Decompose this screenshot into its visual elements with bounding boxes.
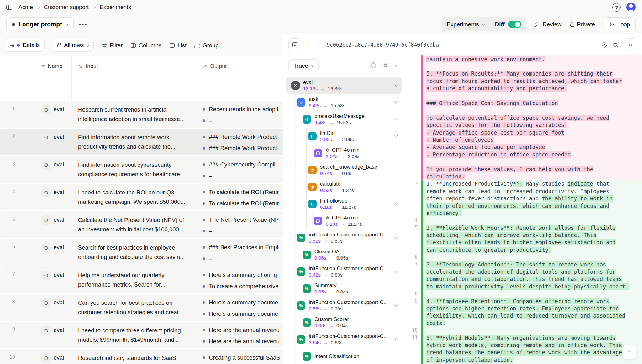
tag-icon[interactable]	[601, 42, 608, 48]
review-button[interactable]: Review	[535, 21, 562, 28]
view-dropdown[interactable]: Experiments	[441, 21, 490, 28]
trace-tree-row[interactable]: %Custom Scorer0.06s→0.04s	[286, 314, 402, 331]
trace-row-text: initFunction-Customer support-C...0.52s→…	[309, 231, 388, 244]
close-button[interactable]: ×	[624, 38, 637, 51]
chevron-down-icon[interactable]	[394, 100, 398, 103]
output-item: ### Best Practices in Empl	[203, 243, 283, 252]
columns-icon	[131, 43, 136, 48]
chevron-down-icon[interactable]	[394, 337, 398, 340]
loop-button[interactable]: ⊘ Loop	[604, 17, 636, 31]
previous-row-button[interactable]: ↑	[308, 41, 311, 48]
trace-tree-row[interactable]: ✻GPT-4o mini2.02s→2.09s	[286, 145, 402, 161]
table-row[interactable]: 6⊙evalSearch for best practices in emplo…	[0, 239, 283, 266]
diff-line-text: specific values for the following variab…	[423, 122, 642, 129]
help-icon[interactable]: ?	[612, 3, 621, 12]
trace-tree-row[interactable]: ()processUserMessage9.48s→15.53s	[286, 111, 402, 128]
trace-tree-row[interactable]: ⊙eval13.13s→16.36s	[286, 77, 402, 94]
output-text: –	[209, 255, 212, 262]
trace-row-text: search_knowledge_base0.74s→0.8s	[320, 164, 377, 177]
chevron-down-icon[interactable]	[394, 117, 398, 120]
collapse-left-icon[interactable]: ⇤	[395, 63, 400, 68]
row-name-label: eval	[54, 160, 64, 168]
trace-tree-row[interactable]: ◇task9.49s→15.53s	[286, 94, 402, 111]
diff-menu-button[interactable]: ≡	[622, 345, 636, 359]
added-text: trend balances the benefits of remote wo…	[426, 349, 625, 356]
unchanged-text: 1. **Increased Productivity	[426, 181, 513, 187]
row-number-value: 1	[0, 101, 15, 112]
trace-tree-row[interactable]: ()llmCall2.02s→2.09s	[286, 128, 402, 145]
table-row[interactable]: 5⊙evalCalculate the Net Present Value (N…	[0, 211, 283, 238]
trace-tree-row[interactable]: %initFunction-Customer support-C...3.64s…	[286, 331, 402, 348]
column-header-name[interactable]: ≡ Name	[36, 56, 71, 101]
row-name-label: eval	[54, 133, 64, 140]
diff-line-number	[405, 231, 421, 239]
view-label: Experiments	[447, 21, 479, 28]
trace-tree-row[interactable]: %Summary0.05s→0.04s	[286, 280, 402, 297]
experiment-selector[interactable]: Longer prompt	[6, 17, 74, 31]
diff-line-number	[405, 107, 421, 114]
more-menu-button[interactable]: •••	[79, 21, 87, 28]
table-row[interactable]: 3⊙evalFind information about cybersecuri…	[0, 156, 283, 183]
row-name-cell: ⊙eval	[36, 184, 71, 210]
table-row[interactable]: 4⊙evalI need to calculate the ROI on our…	[0, 184, 283, 210]
trace-tree-row[interactable]: ✻GPT-4o mini6.18s→11.27s	[286, 212, 402, 229]
avatar[interactable]	[626, 3, 636, 12]
stopwatch-icon[interactable]	[371, 63, 376, 68]
trace-tree-row[interactable]: %Closed QA0.06s→0.05s	[286, 246, 402, 263]
details-button[interactable]: ⇥ Details	[5, 39, 45, 52]
column-header-input[interactable]: ↘ Input	[71, 56, 197, 101]
trace-span-name: ✻GPT-4o mini	[326, 214, 362, 221]
sidebar-toggle-icon[interactable]	[6, 5, 12, 10]
table-row[interactable]: 7⊙evalHelp me understand our quarterlype…	[0, 266, 283, 293]
diff-line: 8	[405, 290, 642, 298]
table-row[interactable]: 10⊙evalResearch industry standards for S…	[0, 349, 283, 364]
unchanged-text: often report fewer distractions and	[426, 195, 542, 202]
columns-button[interactable]: Columns	[131, 42, 161, 49]
table-row[interactable]: 2⊙evalFind information about remote work…	[0, 129, 283, 155]
chevron-down-icon[interactable]	[394, 134, 398, 137]
trace-tree-row[interactable]: %Intent Classification	[286, 348, 402, 364]
column-header-output[interactable]: ↗ Output	[197, 56, 283, 101]
trace-view-dropdown[interactable]: Trace	[288, 59, 319, 72]
chevron-down-icon[interactable]	[394, 269, 398, 272]
chevron-down-icon[interactable]	[394, 201, 398, 205]
trace-tree-row[interactable]: %initFunction-Customer support-C...0.52s…	[286, 229, 402, 246]
list-button[interactable]: List	[170, 42, 187, 49]
table-row[interactable]: 9⊙evalI need to compare three different …	[0, 322, 283, 348]
next-row-button[interactable]: ↓	[317, 41, 320, 48]
app-window: AcmeCustomer supportExperiments ? Longer…	[0, 0, 642, 364]
private-button[interactable]: Private	[570, 21, 595, 28]
collapse-vertical-icon[interactable]: ⇅	[383, 63, 388, 68]
chevron-down-icon[interactable]	[394, 235, 398, 239]
breadcrumb-item-acme[interactable]: Acme	[18, 4, 33, 11]
trace-tree-row[interactable]: %initFunction-Customer support-C...0.42s…	[286, 263, 402, 280]
table-row[interactable]: 1⊙evalResearch current trends in artific…	[0, 101, 283, 128]
filter-button[interactable]: Filter	[102, 42, 123, 49]
removed-text: If you provide these values, I can help …	[426, 166, 593, 172]
purple-dot-icon	[203, 230, 205, 232]
trace-tree-row[interactable]: ()llmFollowup6.18s→11.27s	[286, 195, 402, 212]
trace-tree-row[interactable]: %initFunction-Customer support-C...0.55s…	[286, 297, 402, 314]
chevron-down-icon[interactable]	[394, 83, 398, 86]
row-name-label: eval	[54, 326, 64, 334]
duration-secondary: 0.38s	[331, 306, 343, 312]
diff-toggle[interactable]	[508, 21, 521, 28]
added-text: their preferred environments, which can …	[426, 203, 609, 209]
search-icon[interactable]	[613, 43, 617, 47]
breadcrumb-item-customer-support[interactable]: Customer support	[44, 4, 89, 11]
diff-line-number	[405, 319, 421, 327]
breadcrumb-item-experiments[interactable]: Experiments	[100, 4, 131, 11]
diff-line-text: hybrid work models, combining remote and…	[423, 341, 642, 349]
table-row[interactable]: 8⊙evalCan you search for best practices …	[0, 294, 283, 321]
all-rows-dropdown[interactable]: All rows	[53, 39, 94, 52]
expand-button[interactable]	[288, 38, 301, 51]
score-span-icon: %	[297, 301, 305, 310]
added-text: flexibility often leads to higher employ…	[426, 239, 616, 245]
indent-guide	[297, 128, 303, 145]
trace-tree-row[interactable]: ⊚search_knowledge_base0.74s→0.8s	[286, 161, 402, 178]
trace-tree-row[interactable]: ⊚calculate0.53s→1.37s	[286, 178, 402, 195]
trace-span-name: initFunction-Customer support-C...	[309, 299, 388, 306]
diff-line-number	[405, 349, 421, 356]
group-button[interactable]: Group	[195, 42, 218, 49]
chevron-down-icon[interactable]	[394, 303, 398, 306]
